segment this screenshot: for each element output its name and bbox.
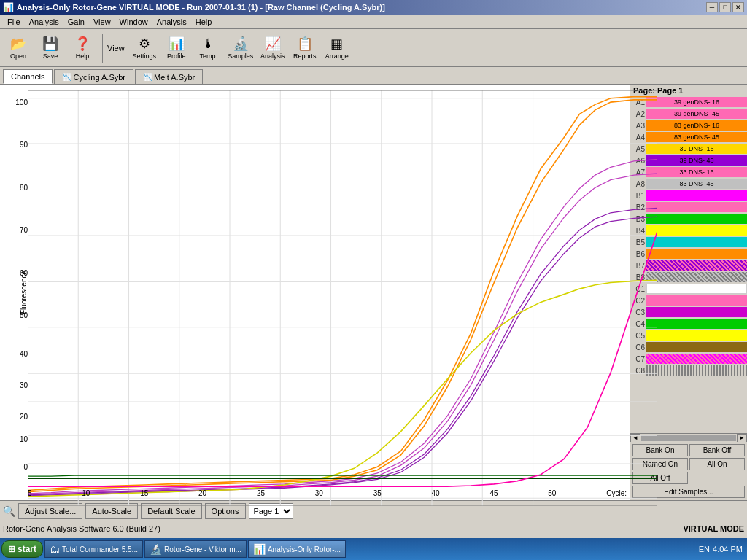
tab-cycling-label: Cycling A.Sybr: [73, 73, 125, 82]
open-button[interactable]: 📂 Open: [3, 31, 34, 65]
start-button[interactable]: ⊞ start: [1, 540, 43, 558]
help-label: Help: [76, 52, 90, 60]
profile-button[interactable]: 📊 Profile: [161, 31, 192, 65]
menu-analysis2[interactable]: Analysis: [152, 16, 191, 28]
zoom-icon: 🔍: [3, 505, 15, 517]
x-tick-50: 50: [548, 489, 556, 497]
status-right: VIRTUAL MODE: [683, 524, 744, 533]
tab-melt-icon: 📉: [143, 73, 152, 81]
arrange-icon: ▦: [330, 36, 343, 52]
tabs-bar: Channels 📉 Cycling A.Sybr 📉 Melt A.Sybr: [0, 67, 747, 85]
taskbar-item-totalcmd[interactable]: 🗂 Total Commander 5.5...: [44, 540, 143, 558]
samples-label: Samples: [228, 52, 253, 60]
maximize-button[interactable]: □: [719, 2, 731, 12]
main-content: Fluorescence 100 90 80 70 60 50 40 30 20…: [0, 85, 747, 500]
rotorgene-icon: 🔬: [150, 543, 162, 555]
profile-icon: 📊: [169, 36, 185, 52]
x-tick-45: 45: [489, 489, 498, 497]
save-label: Save: [43, 52, 58, 60]
arrange-button[interactable]: ▦ Arrange: [322, 31, 352, 65]
settings-button[interactable]: ⚙ Settings: [129, 31, 160, 65]
y-tick-30: 30: [20, 381, 28, 389]
temp-button[interactable]: 🌡 Temp.: [193, 31, 224, 65]
menu-file[interactable]: File: [3, 16, 25, 28]
menu-view[interactable]: View: [89, 16, 115, 28]
tab-cycling-icon: 📉: [62, 73, 71, 81]
taskbar-right: EN 4:04 PM: [699, 545, 746, 553]
taskbar-item-analysis[interactable]: 📊 Analysis-Only Rotor-...: [248, 540, 346, 558]
menu-window[interactable]: Window: [115, 16, 152, 28]
all-on-button[interactable]: All On: [689, 458, 745, 470]
y-tick-40: 40: [20, 350, 28, 358]
help-icon: ❓: [74, 36, 90, 52]
taskbar-item-rotorgene[interactable]: 🔬 Rotor-Gene - Viktor m...: [144, 540, 247, 558]
x-tick-25: 25: [257, 489, 265, 497]
analysis-icon: 📈: [265, 36, 281, 52]
analysis-button[interactable]: 📈 Analysis: [258, 31, 288, 65]
y-tick-90: 90: [20, 141, 28, 149]
menu-gain[interactable]: Gain: [63, 16, 89, 28]
samples-button[interactable]: 🔬 Samples: [225, 31, 256, 65]
x-tick-10: 10: [82, 489, 90, 497]
save-icon: 💾: [42, 36, 58, 52]
open-icon: 📂: [10, 36, 26, 52]
x-tick-40: 40: [432, 489, 440, 497]
menu-help[interactable]: Help: [191, 16, 217, 28]
settings-label: Settings: [132, 52, 156, 60]
close-button[interactable]: ✕: [732, 2, 744, 12]
y-tick-60: 60: [20, 269, 28, 277]
save-button[interactable]: 💾 Save: [35, 31, 66, 65]
analysis-tb-icon: 📊: [253, 543, 266, 555]
toolbar: 📂 Open 💾 Save ❓ Help View ⚙ Settings 📊 P…: [0, 29, 747, 67]
status-left: Rotor-Gene Analysis Software 6.0 (Build …: [3, 524, 160, 533]
start-label: start: [18, 544, 36, 554]
taskbar-lang: EN: [699, 545, 710, 553]
help-button[interactable]: ❓ Help: [67, 31, 98, 65]
title-bar: 📊 Analysis-Only Rotor-Gene VIRTUAL MODE …: [0, 0, 747, 15]
y-tick-50: 50: [20, 311, 28, 319]
tab-channels-label: Channels: [11, 72, 44, 81]
x-tick-5: 5: [28, 489, 32, 497]
menu-analysis[interactable]: Analysis: [25, 16, 63, 28]
samples-icon: 🔬: [233, 36, 249, 52]
reports-button[interactable]: 📋 Reports: [290, 31, 320, 65]
temp-icon: 🌡: [202, 36, 215, 52]
tab-melt-label: Melt A.Sybr: [154, 73, 195, 82]
profile-label: Profile: [167, 52, 186, 60]
y-axis-ticks: 100 90 80 70 60 50 40 30 20 10 0: [13, 90, 28, 478]
tab-melt-a[interactable]: 📉 Melt A.Sybr: [135, 69, 203, 84]
reports-icon: 📋: [297, 36, 313, 52]
y-tick-80: 80: [20, 184, 28, 192]
taskbar: ⊞ start 🗂 Total Commander 5.5... 🔬 Rotor…: [0, 538, 747, 560]
settings-icon: ⚙: [139, 36, 150, 52]
window-title: Analysis-Only Rotor-Gene VIRTUAL MODE - …: [17, 3, 706, 12]
minimize-button[interactable]: ─: [706, 2, 718, 12]
taskbar-time: 4:04 PM: [713, 545, 743, 553]
chart-svg: [28, 90, 657, 506]
y-tick-20: 20: [20, 413, 28, 421]
tab-cycling-a[interactable]: 📉 Cycling A.Sybr: [54, 69, 133, 84]
x-tick-15: 15: [140, 489, 148, 497]
reports-label: Reports: [293, 52, 317, 60]
arrange-label: Arrange: [325, 52, 349, 60]
totalcmd-icon: 🗂: [50, 543, 60, 555]
menu-bar: File Analysis Gain View Window Analysis …: [0, 15, 747, 29]
x-tick-35: 35: [374, 489, 382, 497]
analysis-label: Analysis: [260, 52, 285, 60]
x-axis-label: Cycle:: [606, 489, 627, 497]
start-icon: ⊞: [8, 544, 15, 554]
taskbar-item-rotorgene-label: Rotor-Gene - Viktor m...: [164, 545, 241, 553]
tab-channels[interactable]: Channels: [3, 69, 53, 84]
svg-rect-21: [28, 90, 657, 506]
bank-off-button[interactable]: Bank Off: [689, 444, 745, 456]
taskbar-item-analysis-label: Analysis-Only Rotor-...: [268, 545, 341, 553]
x-tick-20: 20: [198, 489, 206, 497]
y-tick-70: 70: [20, 226, 28, 234]
x-tick-30: 30: [315, 489, 323, 497]
y-tick-10: 10: [20, 435, 28, 443]
taskbar-item-totalcmd-label: Total Commander 5.5...: [62, 545, 138, 553]
temp-label: Temp.: [199, 52, 217, 60]
y-tick-100: 100: [15, 98, 28, 106]
status-bar: Rotor-Gene Analysis Software 6.0 (Build …: [0, 521, 747, 535]
scroll-right-button[interactable]: ►: [737, 434, 747, 443]
